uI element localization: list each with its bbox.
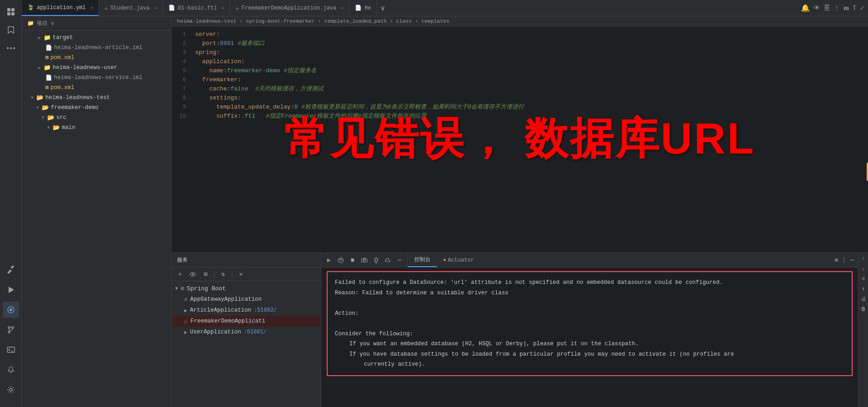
scroll-lines-btn[interactable]: ≡ [859, 275, 868, 283]
service-freemaker-app[interactable]: ⚠ FreemakerDemoApplicati [172, 316, 321, 327]
svg-point-12 [8, 327, 10, 328]
tab-student-java[interactable]: ☕ Student.java ✕ [99, 0, 163, 16]
svg-point-20 [339, 259, 340, 260]
scroll-bottom-btn[interactable]: ⬇ [859, 285, 868, 293]
tree-item-src[interactable]: ▼ 📂 src [22, 113, 171, 123]
console-minimize-icon[interactable]: — [850, 256, 854, 264]
tree-item-test[interactable]: ▼ 📂 heima-leadnews-test [22, 93, 171, 103]
article-port: :51802/ [254, 307, 277, 313]
top-more-icon[interactable]: ⋮ [834, 4, 840, 12]
sidebar-debug-icon[interactable] [3, 302, 19, 318]
trash-btn[interactable]: 🗑 [859, 305, 868, 313]
add-service-btn[interactable]: + [175, 269, 185, 279]
code-editor[interactable]: 1 2 3 4 5 6 7 8 9 10 server: port [172, 26, 868, 253]
console-more-dots[interactable]: ⋯ [395, 255, 405, 265]
tree-item-target[interactable]: ▶ 📁 target [22, 33, 171, 43]
svg-point-21 [341, 259, 342, 260]
tree-item-service-iml[interactable]: 📄 heima-leadnews-service.iml [22, 73, 171, 83]
code-line-4: application: [195, 57, 863, 66]
tree-item-user[interactable]: ▶ 📁 heima-leadnews-user [22, 63, 171, 73]
services-content[interactable]: ▼ ⊙ Spring Boot ⊙ AppGatewayApplication [172, 281, 321, 407]
folder-icon-test: 📂 [36, 94, 44, 101]
file-tree-content[interactable]: ▶ 📁 target 📄 heima-leadnews-article.iml … [22, 31, 171, 407]
tab-console-btn[interactable]: 控制台 [408, 253, 437, 267]
tree-item-pom1[interactable]: m pom.xml [22, 53, 171, 63]
code-line-8: settings: [195, 94, 863, 103]
translate-icon[interactable]: T [853, 5, 856, 12]
console-options-icon[interactable]: ⋮ [841, 256, 847, 264]
main-area: 🍃 application.yml ✕ ☕ Student.java ✕ 📄 0… [22, 0, 868, 407]
scroll-down-btn[interactable]: ↓ [859, 265, 868, 273]
tree-item-main[interactable]: ▼ 📂 main [22, 123, 171, 133]
file-tree-title: 项目 ∨ [37, 20, 54, 27]
console-pin-btn[interactable] [371, 255, 381, 265]
user-run-icon: ▶ [184, 329, 187, 335]
student-tab-close[interactable]: ✕ [154, 5, 157, 11]
tab-he[interactable]: 📄 He [349, 0, 377, 16]
svg-marker-9 [9, 287, 14, 293]
console-cloud-btn[interactable] [383, 255, 393, 265]
print-btn[interactable]: 🖨 [859, 295, 868, 303]
service-app-gateway[interactable]: ⊙ AppGatewayApplication [172, 294, 321, 305]
he-tab-icon: 📄 [355, 5, 362, 11]
code-line-1: server: [195, 30, 863, 39]
console-tabs: ▶ ■ [321, 253, 858, 268]
service-spring-boot-group[interactable]: ▼ ⊙ Spring Boot [172, 283, 321, 294]
code-content[interactable]: server: port: 8881 #服务端口 spring: applica… [190, 26, 868, 253]
sidebar-hammer-icon[interactable] [3, 262, 19, 278]
tree-item-article-iml[interactable]: 📄 heima-leadnews-article.iml [22, 43, 171, 53]
eye-icon[interactable]: 👁 [814, 5, 820, 12]
console-content[interactable]: Failed to configure a DataSource: 'url' … [321, 268, 858, 407]
sidebar-bookmark-icon[interactable] [3, 22, 19, 38]
sidebar-project-icon[interactable] [3, 4, 19, 20]
globe-icon[interactable]: ⊕ [834, 256, 838, 264]
tab-application-yml[interactable]: 🍃 application.yml ✕ [22, 0, 99, 16]
iml-icon2: 📄 [45, 74, 52, 81]
scroll-up-btn[interactable]: ↑ [859, 255, 868, 263]
folder-icon-main: 📂 [53, 124, 60, 131]
ftl-tab-close[interactable]: ✕ [221, 5, 224, 11]
font-icon[interactable]: m [843, 5, 849, 12]
tree-arrow-freemaker: ▼ [36, 105, 39, 110]
tab-freemaker-app[interactable]: ☕ FreemakerDemoApplication.java ✕ [230, 0, 349, 16]
svg-point-23 [363, 260, 366, 262]
spring-boot-label: Spring Boot [187, 285, 226, 292]
line-numbers: 1 2 3 4 5 6 7 8 9 10 [172, 26, 190, 253]
tree-item-pom2[interactable]: m pom.xml [22, 83, 171, 93]
tree-item-freemaker[interactable]: ▼ 📂 freemaker-demo [22, 103, 171, 113]
console-stop-btn[interactable]: ■ [348, 255, 358, 265]
tabs-bar: 🍃 application.yml ✕ ☕ Student.java ✕ 📄 0… [22, 0, 868, 16]
sidebar-git-icon[interactable] [3, 322, 19, 338]
sidebar-terminal-icon[interactable] [3, 342, 19, 358]
tab-actuator-btn[interactable]: ● Actuator [437, 253, 481, 267]
iml-icon: 📄 [45, 45, 52, 51]
error-box: Failed to configure a DataSource: 'url' … [327, 271, 853, 376]
svg-point-14 [8, 331, 10, 333]
tab-ftl[interactable]: 📄 01-basic.ftl ✕ [163, 0, 230, 16]
services-title: 服务 [177, 256, 188, 264]
sidebar-run-icon[interactable] [3, 282, 19, 298]
sidebar-settings-icon[interactable] [3, 382, 19, 398]
freemaker-label: FreemakerDemoApplicati [191, 318, 265, 324]
sort-service-btn[interactable]: ⇅ [218, 269, 228, 279]
yml-tab-icon: 🍃 [27, 4, 34, 11]
tree-label-test: heima-leadnews-test [45, 94, 110, 101]
console-camera-btn[interactable] [359, 255, 369, 265]
article-label: ArticleApplication [190, 307, 251, 313]
sidebar-more-icon[interactable] [3, 40, 19, 56]
sidebar-bell-icon[interactable] [3, 362, 19, 378]
notification-icon[interactable]: 🔔 [801, 4, 810, 13]
close-service-btn[interactable]: ✕ [236, 269, 246, 279]
svg-point-13 [12, 327, 14, 328]
console-run-btn[interactable]: ▶ [324, 255, 334, 265]
database-icon[interactable]: 🗄 [824, 5, 830, 12]
expand-service-btn[interactable]: ⊞ [201, 269, 211, 279]
service-article-app[interactable]: ▶ ArticleApplication :51802/ [172, 305, 321, 316]
yml-tab-close[interactable]: ✕ [90, 5, 93, 10]
student-tab-label: Student.java [110, 5, 149, 11]
console-debug-btn[interactable] [336, 255, 346, 265]
freemaker-tab-close[interactable]: ✕ [341, 5, 343, 11]
tabs-overflow-btn[interactable]: ∨ [377, 0, 389, 16]
service-user-app[interactable]: ▶ UserApplication :51801/ [172, 327, 321, 338]
eye-service-btn[interactable] [188, 269, 198, 279]
